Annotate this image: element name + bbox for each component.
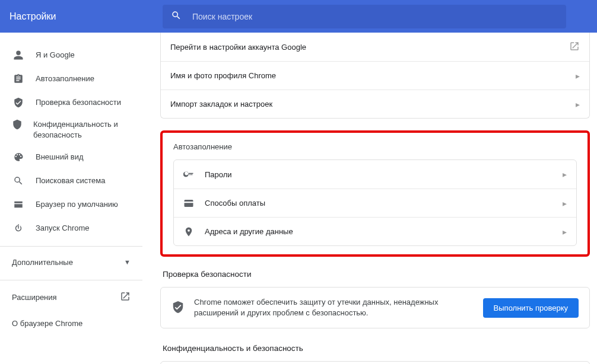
privacy-section-title: Конфиденциальность и безопасность: [163, 344, 590, 353]
sidebar-item-on-startup[interactable]: Запуск Chrome: [0, 216, 142, 240]
sidebar-about-link[interactable]: О браузере Chrome: [0, 310, 142, 336]
sidebar-item-label: Конфиденциальность и безопасность: [33, 119, 131, 141]
sidebar-extensions-link[interactable]: Расширения: [0, 284, 142, 310]
app-header: Настройки: [0, 0, 597, 33]
chevron-right-icon: ▸: [576, 100, 580, 109]
sidebar-item-label: Поисковая система: [36, 175, 106, 186]
safety-section-title: Проверка безопасности: [163, 270, 590, 279]
row-label: Адреса и другие данные: [205, 227, 563, 236]
google-account-settings-row[interactable]: Перейти в настройки аккаунта Google: [161, 33, 589, 61]
sidebar-item-you-and-google[interactable]: Я и Google: [0, 43, 142, 67]
sidebar-extensions-label: Расширения: [12, 293, 57, 302]
safety-check-text: Chrome поможет обеспечить защиту от утеч…: [194, 297, 483, 318]
shield-check-icon: [12, 97, 25, 108]
window-icon: [12, 199, 25, 210]
location-icon: [183, 226, 205, 237]
row-label: Способы оплаты: [205, 199, 563, 207]
chevron-down-icon: ▼: [124, 258, 131, 266]
search-bar[interactable]: [163, 5, 566, 28]
sidebar-item-label: Я и Google: [36, 50, 75, 60]
payment-methods-row[interactable]: Способы оплаты ▸: [174, 189, 576, 217]
sidebar: Я и Google Автозаполнение Проверка безоп…: [0, 33, 142, 364]
safety-check-card: Chrome поможет обеспечить защиту от утеч…: [160, 287, 590, 328]
credit-card-icon: [183, 198, 205, 209]
sidebar-item-privacy[interactable]: Конфиденциальность и безопасность: [0, 114, 142, 145]
search-input[interactable]: [192, 12, 558, 21]
privacy-card: Очистить историю: [160, 361, 590, 364]
sidebar-item-search-engine[interactable]: Поисковая система: [0, 169, 142, 193]
shield-icon: [12, 119, 23, 130]
row-label: Пароли: [205, 170, 563, 179]
key-icon: [183, 169, 205, 180]
sidebar-item-default-browser[interactable]: Браузер по умолчанию: [0, 193, 142, 216]
shield-check-icon: [172, 301, 185, 315]
sidebar-item-appearance[interactable]: Внешний вид: [0, 145, 142, 169]
row-label: Имя и фото профиля Chrome: [170, 71, 576, 80]
sidebar-item-autofill[interactable]: Автозаполнение: [0, 67, 142, 91]
passwords-row[interactable]: Пароли ▸: [174, 160, 576, 189]
you-and-google-card: Перейти в настройки аккаунта Google Имя …: [160, 33, 590, 119]
person-icon: [12, 50, 25, 60]
sidebar-about-label: О браузере Chrome: [12, 319, 82, 328]
search-icon: [12, 175, 25, 186]
autofill-section-highlighted: Автозаполнение Пароли ▸ Способы оплаты ▸…: [160, 130, 590, 257]
row-label: Импорт закладок и настроек: [170, 100, 576, 108]
search-icon: [171, 10, 182, 23]
sidebar-item-label: Внешний вид: [36, 152, 84, 162]
open-external-icon: [569, 41, 580, 53]
row-label: Перейти в настройки аккаунта Google: [170, 43, 569, 52]
chevron-right-icon: ▸: [563, 170, 567, 179]
chevron-right-icon: ▸: [576, 71, 580, 81]
sidebar-item-label: Запуск Chrome: [36, 223, 90, 234]
autofill-card: Пароли ▸ Способы оплаты ▸ Адреса и други…: [173, 159, 577, 246]
import-bookmarks-row[interactable]: Импорт закладок и настроек ▸: [161, 90, 589, 118]
sidebar-item-label: Проверка безопасности: [36, 97, 121, 108]
sidebar-item-label: Браузер по умолчанию: [36, 199, 118, 210]
clear-history-row[interactable]: Очистить историю: [161, 362, 589, 364]
sidebar-item-label: Автозаполнение: [36, 74, 94, 84]
run-safety-check-button[interactable]: Выполнить проверку: [483, 298, 579, 318]
main-content: Перейти в настройки аккаунта Google Имя …: [142, 33, 597, 364]
sidebar-advanced-toggle[interactable]: Дополнительные ▼: [0, 250, 142, 274]
clipboard-icon: [12, 74, 25, 84]
sidebar-divider: [0, 246, 142, 247]
chevron-right-icon: ▸: [563, 199, 567, 208]
addresses-row[interactable]: Адреса и другие данные ▸: [174, 217, 576, 245]
sidebar-item-safety-check[interactable]: Проверка безопасности: [0, 91, 142, 114]
app-title: Настройки: [9, 11, 163, 22]
sidebar-advanced-label: Дополнительные: [12, 258, 73, 267]
chrome-profile-row[interactable]: Имя и фото профиля Chrome ▸: [161, 61, 589, 90]
chevron-right-icon: ▸: [563, 227, 567, 237]
open-external-icon: [120, 291, 131, 304]
sidebar-divider: [0, 280, 142, 280]
layout: Я и Google Автозаполнение Проверка безоп…: [0, 33, 597, 364]
palette-icon: [12, 152, 25, 162]
section-title: Автозаполнение: [173, 142, 577, 151]
power-icon: [12, 223, 25, 234]
